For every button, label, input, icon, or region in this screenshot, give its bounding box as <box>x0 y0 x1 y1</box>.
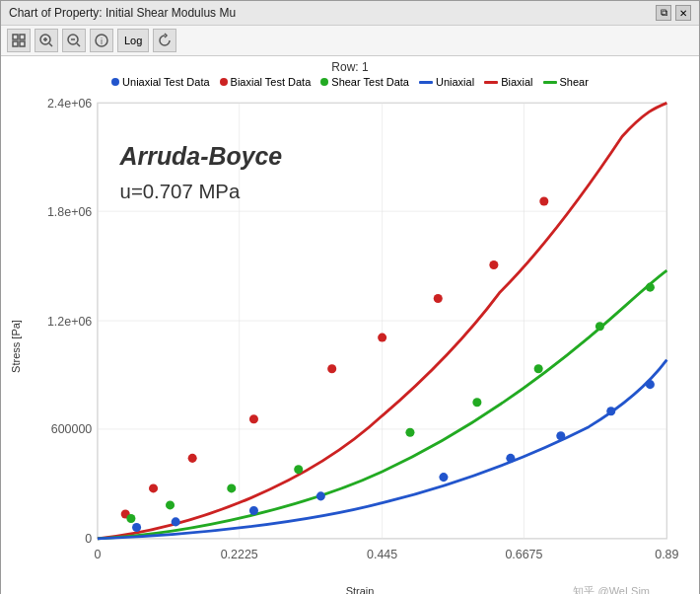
info-button[interactable]: i <box>90 29 113 52</box>
svg-point-42 <box>556 431 565 440</box>
svg-point-52 <box>489 260 498 269</box>
legend-shear-data: Shear Test Data <box>320 76 409 88</box>
svg-point-48 <box>249 414 258 423</box>
legend-uniaxial-line: Uniaxial <box>419 76 474 88</box>
svg-point-37 <box>172 517 180 526</box>
svg-text:2.4e+06: 2.4e+06 <box>47 97 92 111</box>
main-window: Chart of Property: Initial Shear Modulus… <box>0 0 700 594</box>
restore-button[interactable]: ⧉ <box>656 5 671 21</box>
legend-shear-line-swatch <box>543 81 557 84</box>
svg-line-10 <box>77 43 80 46</box>
svg-point-56 <box>227 483 236 492</box>
svg-rect-3 <box>20 41 25 46</box>
fit-icon <box>11 33 27 48</box>
svg-text:600000: 600000 <box>51 422 93 436</box>
svg-point-36 <box>132 523 141 532</box>
zoom-in-button[interactable] <box>35 29 58 52</box>
y-axis-label-container: Stress [Pa] <box>1 92 31 594</box>
legend-uniaxial-line-label: Uniaxial <box>436 76 474 88</box>
svg-point-61 <box>595 322 604 331</box>
legend-biaxial-data-dot <box>220 78 228 86</box>
zoom-in-icon <box>38 33 54 48</box>
zoom-out-button[interactable] <box>62 29 86 52</box>
legend-uniaxial-data-label: Uniaxial Test Data <box>122 76 209 88</box>
svg-text:i: i <box>101 37 103 46</box>
svg-text:Arruda-Boyce: Arruda-Boyce <box>119 142 283 170</box>
svg-point-41 <box>506 454 515 463</box>
svg-point-55 <box>166 500 175 509</box>
info-icon: i <box>94 33 109 48</box>
svg-text:0.89: 0.89 <box>655 548 678 561</box>
legend-biaxial-data: Biaxial Test Data <box>220 76 312 88</box>
close-button[interactable]: ✕ <box>675 5 691 21</box>
svg-text:u=0.707 MPa: u=0.707 MPa <box>120 181 241 202</box>
chart-inner: 2.4e+06 1.8e+06 1.2e+06 600000 0 0 0.222… <box>31 92 689 594</box>
refresh-button[interactable] <box>153 29 176 52</box>
legend-uniaxial-data: Uniaxial Test Data <box>111 76 209 88</box>
svg-point-59 <box>472 398 481 407</box>
legend: Uniaxial Test Data Biaxial Test Data She… <box>111 76 589 88</box>
legend-uniaxial-data-dot <box>111 78 119 86</box>
svg-text:0: 0 <box>85 532 92 546</box>
svg-point-60 <box>534 364 543 373</box>
svg-point-46 <box>149 483 158 492</box>
zoom-out-icon <box>66 33 82 48</box>
chart-container: Stress [Pa] <box>1 92 699 594</box>
toolbar: i Log <box>1 26 699 56</box>
svg-point-49 <box>327 364 336 373</box>
legend-shear-line: Shear <box>543 76 589 88</box>
row-label: Row: 1 <box>331 60 368 74</box>
svg-point-38 <box>249 506 258 515</box>
refresh-icon <box>157 33 173 48</box>
svg-point-58 <box>405 428 414 437</box>
legend-shear-line-label: Shear <box>560 76 589 88</box>
svg-point-57 <box>294 465 303 474</box>
svg-text:1.8e+06: 1.8e+06 <box>47 205 92 219</box>
watermark: 知乎 @WeLSim <box>573 584 650 594</box>
svg-rect-2 <box>13 41 18 46</box>
legend-shear-data-dot <box>320 78 328 86</box>
legend-biaxial-line-swatch <box>484 81 498 84</box>
svg-point-39 <box>316 491 325 500</box>
log-button[interactable]: Log <box>117 29 149 52</box>
svg-point-53 <box>539 196 548 205</box>
svg-text:0.6675: 0.6675 <box>505 548 542 561</box>
y-axis-label: Stress [Pa] <box>10 320 22 373</box>
svg-point-40 <box>439 473 448 482</box>
svg-point-51 <box>434 294 443 303</box>
svg-point-54 <box>126 514 135 523</box>
svg-text:0.2225: 0.2225 <box>221 548 258 561</box>
svg-point-47 <box>188 454 197 463</box>
svg-rect-1 <box>20 35 25 39</box>
legend-uniaxial-line-swatch <box>419 81 433 84</box>
legend-biaxial-line: Biaxial <box>484 76 532 88</box>
window-title: Chart of Property: Initial Shear Modulus… <box>9 6 236 20</box>
chart-area: Row: 1 Uniaxial Test Data Biaxial Test D… <box>1 56 699 594</box>
svg-rect-0 <box>13 35 18 39</box>
fit-view-button[interactable] <box>7 29 31 52</box>
legend-shear-data-label: Shear Test Data <box>331 76 409 88</box>
title-bar: Chart of Property: Initial Shear Modulus… <box>1 1 699 26</box>
svg-text:0: 0 <box>94 548 101 561</box>
svg-text:0.445: 0.445 <box>367 548 397 561</box>
legend-biaxial-data-label: Biaxial Test Data <box>231 76 312 88</box>
svg-line-7 <box>49 43 52 46</box>
chart-svg: 2.4e+06 1.8e+06 1.2e+06 600000 0 0 0.222… <box>31 92 689 583</box>
legend-biaxial-line-label: Biaxial <box>501 76 532 88</box>
title-bar-controls: ⧉ ✕ <box>656 5 691 21</box>
svg-point-50 <box>378 334 386 342</box>
svg-text:1.2e+06: 1.2e+06 <box>47 315 92 329</box>
svg-point-43 <box>606 407 615 415</box>
svg-point-44 <box>646 380 655 389</box>
svg-point-62 <box>646 283 655 292</box>
